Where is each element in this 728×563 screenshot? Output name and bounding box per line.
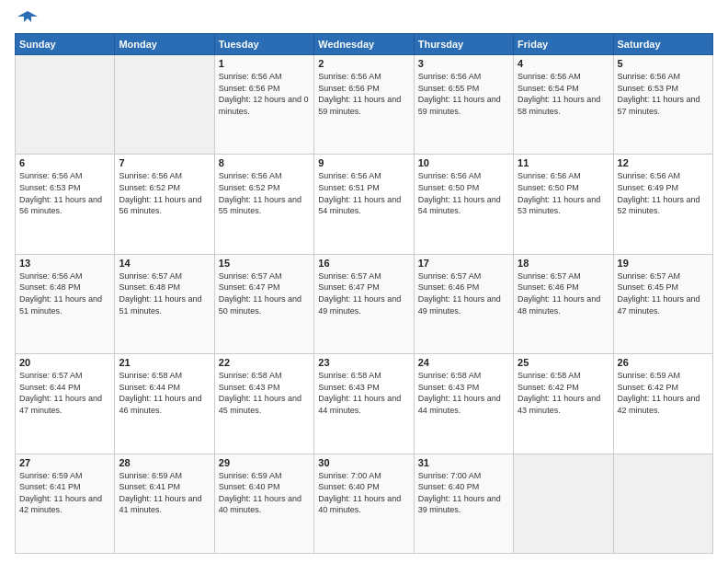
calendar-cell: 31Sunrise: 7:00 AMSunset: 6:40 PMDayligh…: [414, 454, 513, 553]
day-number: 1: [219, 58, 310, 69]
calendar-cell: 17Sunrise: 6:57 AMSunset: 6:46 PMDayligh…: [414, 254, 513, 353]
day-number: 15: [219, 258, 310, 269]
calendar-cell: 7Sunrise: 6:56 AMSunset: 6:52 PMDaylight…: [115, 155, 214, 254]
day-info: Sunrise: 7:00 AMSunset: 6:40 PMDaylight:…: [318, 470, 409, 516]
calendar-cell: [115, 55, 214, 155]
calendar-page: SundayMondayTuesdayWednesdayThursdayFrid…: [0, 0, 728, 563]
day-number: 5: [618, 58, 709, 69]
day-number: 2: [318, 58, 409, 69]
day-number: 8: [219, 157, 310, 168]
day-number: 27: [19, 457, 110, 468]
calendar-week-row: 20Sunrise: 6:57 AMSunset: 6:44 PMDayligh…: [16, 354, 713, 454]
day-number: 30: [318, 457, 409, 468]
weekday-header-tuesday: Tuesday: [214, 34, 313, 55]
weekday-header-row: SundayMondayTuesdayWednesdayThursdayFrid…: [16, 34, 713, 55]
day-info: Sunrise: 6:56 AMSunset: 6:53 PMDaylight:…: [19, 170, 110, 216]
day-info: Sunrise: 6:56 AMSunset: 6:52 PMDaylight:…: [119, 170, 210, 216]
svg-marker-0: [17, 11, 38, 22]
day-info: Sunrise: 6:57 AMSunset: 6:44 PMDaylight:…: [19, 370, 110, 416]
calendar-cell: [514, 454, 613, 553]
calendar-cell: 3Sunrise: 6:56 AMSunset: 6:55 PMDaylight…: [414, 55, 513, 155]
weekday-header-sunday: Sunday: [16, 34, 115, 55]
calendar-cell: 12Sunrise: 6:56 AMSunset: 6:49 PMDayligh…: [613, 155, 712, 254]
weekday-header-thursday: Thursday: [414, 34, 513, 55]
day-info: Sunrise: 6:57 AMSunset: 6:46 PMDaylight:…: [518, 270, 609, 316]
calendar-cell: 11Sunrise: 6:56 AMSunset: 6:50 PMDayligh…: [514, 155, 613, 254]
calendar-cell: 14Sunrise: 6:57 AMSunset: 6:48 PMDayligh…: [115, 254, 214, 353]
calendar-cell: 28Sunrise: 6:59 AMSunset: 6:41 PMDayligh…: [115, 454, 214, 553]
weekday-header-saturday: Saturday: [613, 34, 712, 55]
day-number: 14: [119, 258, 210, 269]
day-info: Sunrise: 6:59 AMSunset: 6:41 PMDaylight:…: [119, 470, 210, 516]
calendar-cell: 18Sunrise: 6:57 AMSunset: 6:46 PMDayligh…: [514, 254, 613, 353]
day-info: Sunrise: 6:56 AMSunset: 6:48 PMDaylight:…: [19, 270, 110, 316]
day-number: 13: [19, 258, 110, 269]
day-info: Sunrise: 6:56 AMSunset: 6:51 PMDaylight:…: [318, 170, 409, 216]
calendar-cell: 19Sunrise: 6:57 AMSunset: 6:45 PMDayligh…: [613, 254, 712, 353]
day-number: 31: [418, 457, 509, 468]
calendar-cell: 5Sunrise: 6:56 AMSunset: 6:53 PMDaylight…: [613, 55, 712, 155]
calendar-cell: 29Sunrise: 6:59 AMSunset: 6:40 PMDayligh…: [214, 454, 313, 553]
day-info: Sunrise: 6:56 AMSunset: 6:52 PMDaylight:…: [219, 170, 310, 216]
day-info: Sunrise: 6:56 AMSunset: 6:56 PMDaylight:…: [318, 71, 409, 117]
calendar-cell: 2Sunrise: 6:56 AMSunset: 6:56 PMDaylight…: [314, 55, 414, 155]
calendar-cell: 10Sunrise: 6:56 AMSunset: 6:50 PMDayligh…: [414, 155, 513, 254]
calendar-cell: 27Sunrise: 6:59 AMSunset: 6:41 PMDayligh…: [16, 454, 115, 553]
day-info: Sunrise: 6:58 AMSunset: 6:44 PMDaylight:…: [119, 370, 210, 416]
day-info: Sunrise: 6:58 AMSunset: 6:42 PMDaylight:…: [518, 370, 609, 416]
day-info: Sunrise: 6:56 AMSunset: 6:50 PMDaylight:…: [418, 170, 509, 216]
header: [15, 11, 713, 26]
calendar-cell: 30Sunrise: 7:00 AMSunset: 6:40 PMDayligh…: [314, 454, 414, 553]
day-number: 19: [618, 258, 709, 269]
day-info: Sunrise: 6:58 AMSunset: 6:43 PMDaylight:…: [418, 370, 509, 416]
calendar-cell: 22Sunrise: 6:58 AMSunset: 6:43 PMDayligh…: [214, 354, 313, 454]
day-info: Sunrise: 6:59 AMSunset: 6:42 PMDaylight:…: [618, 370, 709, 416]
day-number: 12: [618, 157, 709, 168]
calendar-cell: 9Sunrise: 6:56 AMSunset: 6:51 PMDaylight…: [314, 155, 414, 254]
day-number: 22: [219, 357, 310, 368]
day-number: 10: [418, 157, 509, 168]
day-number: 24: [418, 357, 509, 368]
calendar-week-row: 27Sunrise: 6:59 AMSunset: 6:41 PMDayligh…: [16, 454, 713, 553]
calendar-cell: [16, 55, 115, 155]
calendar-cell: 25Sunrise: 6:58 AMSunset: 6:42 PMDayligh…: [514, 354, 613, 454]
day-info: Sunrise: 6:57 AMSunset: 6:48 PMDaylight:…: [119, 270, 210, 316]
day-info: Sunrise: 6:59 AMSunset: 6:41 PMDaylight:…: [19, 470, 110, 516]
day-info: Sunrise: 6:57 AMSunset: 6:45 PMDaylight:…: [618, 270, 709, 316]
logo: [15, 11, 38, 26]
weekday-header-monday: Monday: [115, 34, 214, 55]
calendar-cell: 16Sunrise: 6:57 AMSunset: 6:47 PMDayligh…: [314, 254, 414, 353]
day-info: Sunrise: 6:57 AMSunset: 6:46 PMDaylight:…: [418, 270, 509, 316]
day-info: Sunrise: 6:59 AMSunset: 6:40 PMDaylight:…: [219, 470, 310, 516]
day-info: Sunrise: 6:56 AMSunset: 6:55 PMDaylight:…: [418, 71, 509, 117]
day-number: 18: [518, 258, 609, 269]
day-info: Sunrise: 7:00 AMSunset: 6:40 PMDaylight:…: [418, 470, 509, 516]
day-number: 3: [418, 58, 509, 69]
calendar-cell: 24Sunrise: 6:58 AMSunset: 6:43 PMDayligh…: [414, 354, 513, 454]
day-number: 4: [518, 58, 609, 69]
weekday-header-wednesday: Wednesday: [314, 34, 414, 55]
day-info: Sunrise: 6:58 AMSunset: 6:43 PMDaylight:…: [318, 370, 409, 416]
calendar-cell: 13Sunrise: 6:56 AMSunset: 6:48 PMDayligh…: [16, 254, 115, 353]
day-number: 16: [318, 258, 409, 269]
day-info: Sunrise: 6:56 AMSunset: 6:56 PMDaylight:…: [219, 71, 310, 117]
day-number: 29: [219, 457, 310, 468]
calendar-week-row: 1Sunrise: 6:56 AMSunset: 6:56 PMDaylight…: [16, 55, 713, 155]
calendar-cell: 26Sunrise: 6:59 AMSunset: 6:42 PMDayligh…: [613, 354, 712, 454]
calendar-cell: 15Sunrise: 6:57 AMSunset: 6:47 PMDayligh…: [214, 254, 313, 353]
calendar-cell: 6Sunrise: 6:56 AMSunset: 6:53 PMDaylight…: [16, 155, 115, 254]
day-number: 26: [618, 357, 709, 368]
day-info: Sunrise: 6:56 AMSunset: 6:54 PMDaylight:…: [518, 71, 609, 117]
calendar-cell: 4Sunrise: 6:56 AMSunset: 6:54 PMDaylight…: [514, 55, 613, 155]
day-info: Sunrise: 6:58 AMSunset: 6:43 PMDaylight:…: [219, 370, 310, 416]
calendar-cell: 21Sunrise: 6:58 AMSunset: 6:44 PMDayligh…: [115, 354, 214, 454]
day-number: 17: [418, 258, 509, 269]
day-info: Sunrise: 6:56 AMSunset: 6:53 PMDaylight:…: [618, 71, 709, 117]
calendar-table: SundayMondayTuesdayWednesdayThursdayFrid…: [15, 33, 713, 554]
day-number: 21: [119, 357, 210, 368]
day-number: 25: [518, 357, 609, 368]
calendar-cell: 20Sunrise: 6:57 AMSunset: 6:44 PMDayligh…: [16, 354, 115, 454]
day-number: 11: [518, 157, 609, 168]
calendar-cell: 8Sunrise: 6:56 AMSunset: 6:52 PMDaylight…: [214, 155, 313, 254]
day-info: Sunrise: 6:57 AMSunset: 6:47 PMDaylight:…: [219, 270, 310, 316]
